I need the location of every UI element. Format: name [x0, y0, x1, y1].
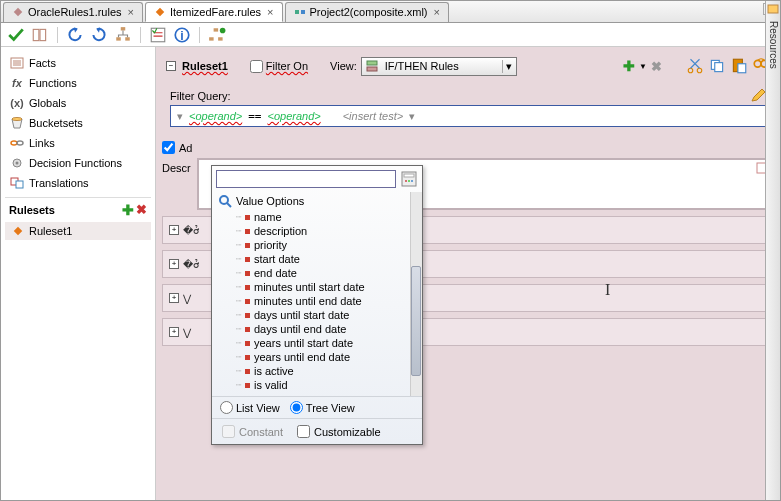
tab-oraclerules1[interactable]: OracleRules1.rules × — [3, 2, 143, 22]
side-label: Globals — [29, 97, 66, 109]
close-icon[interactable]: × — [267, 6, 273, 18]
svg-point-27 — [688, 68, 693, 73]
delete-ruleset-button[interactable]: ✖ — [136, 202, 147, 218]
delete-rule-button[interactable]: ✖ — [651, 59, 662, 74]
value-option-item[interactable]: ┈minutes until end date — [218, 294, 416, 308]
insert-test[interactable]: <insert test> — [343, 110, 404, 122]
bullet-icon — [245, 229, 250, 234]
sidebar-item-links[interactable]: Links — [5, 133, 151, 153]
item-label: description — [254, 225, 307, 237]
customizable-checkbox[interactable]: Customizable — [297, 425, 381, 438]
search-icon — [218, 194, 232, 208]
value-option-item[interactable]: ┈years until start date — [218, 336, 416, 350]
tree-icon[interactable] — [114, 26, 132, 44]
sidebar-item-functions[interactable]: fxFunctions — [5, 73, 151, 93]
ad-checkbox[interactable] — [162, 141, 175, 154]
popup-title-label: Value Options — [236, 195, 304, 207]
value-option-item[interactable]: ┈priority — [218, 238, 416, 252]
view-combo[interactable]: IF/THEN Rules ▾ — [361, 57, 517, 76]
resources-panel[interactable]: Resources — [765, 1, 780, 500]
operand-placeholder[interactable]: <operand> — [189, 110, 242, 122]
dropdown-arrow-icon[interactable]: ▼ — [639, 62, 647, 71]
svg-rect-14 — [218, 37, 223, 40]
undo-icon[interactable] — [66, 26, 84, 44]
chevron-down-icon[interactable]: �ở — [183, 259, 199, 270]
dictionary-icon[interactable] — [31, 26, 49, 44]
svg-rect-9 — [151, 28, 165, 42]
value-option-item[interactable]: ┈is valid — [218, 378, 416, 392]
expand-button[interactable]: + — [169, 327, 179, 337]
tree-branch-icon: ┈ — [236, 268, 241, 278]
expand-button[interactable]: + — [169, 293, 179, 303]
close-icon[interactable]: × — [434, 6, 440, 18]
value-option-item[interactable]: ┈start date — [218, 252, 416, 266]
value-option-item[interactable]: ┈days until end date — [218, 322, 416, 336]
expand-button[interactable]: + — [169, 259, 179, 269]
svg-rect-36 — [768, 5, 778, 13]
value-option-item[interactable]: ┈is active — [218, 364, 416, 378]
fx-icon: fx — [9, 76, 25, 90]
chevron-down-icon[interactable]: �ở — [183, 225, 199, 236]
tab-project2[interactable]: Project2(composite.xml) × — [285, 2, 449, 22]
tab-label: ItemizedFare.rules — [170, 6, 261, 18]
expand-button[interactable]: + — [169, 225, 179, 235]
tree-branch-icon: ┈ — [236, 380, 241, 390]
text-cursor-icon: I — [605, 281, 610, 299]
sidebar-item-facts[interactable]: Facts — [5, 53, 151, 73]
item-label: years until start date — [254, 337, 353, 349]
item-label: days until end date — [254, 323, 346, 335]
edit-icon[interactable] — [750, 89, 766, 103]
item-label: is active — [254, 365, 294, 377]
expand-icon[interactable]: ▾ — [177, 110, 183, 123]
validate-icon[interactable] — [7, 26, 25, 44]
tab-itemizedfare[interactable]: ItemizedFare.rules × — [145, 2, 283, 22]
value-option-item[interactable]: ┈name — [218, 210, 416, 224]
operand-placeholder[interactable]: <operand> — [267, 110, 320, 122]
search-input[interactable] — [216, 170, 396, 188]
dropdown-arrow-icon: ▾ — [502, 60, 516, 73]
ruleset-list-item[interactable]: Ruleset1 — [5, 222, 151, 240]
value-option-item[interactable]: ┈days until start date — [218, 308, 416, 322]
tree-branch-icon: ┈ — [236, 282, 241, 292]
value-option-item[interactable]: ┈end date — [218, 266, 416, 280]
paste-icon[interactable] — [730, 57, 748, 75]
svg-rect-13 — [209, 37, 214, 40]
tree-branch-icon: ┈ — [236, 324, 241, 334]
list-view-radio[interactable]: List View — [220, 401, 280, 414]
chevron-down-icon[interactable]: ⋁ — [183, 327, 191, 338]
add-rule-button[interactable]: ✚ — [623, 58, 635, 74]
info-icon[interactable]: i — [173, 26, 191, 44]
refresh-icon[interactable] — [208, 26, 226, 44]
sidebar-item-decision-functions[interactable]: Decision Functions — [5, 153, 151, 173]
collapse-button[interactable]: − — [166, 61, 176, 71]
side-label: Facts — [29, 57, 56, 69]
value-option-item[interactable]: ┈years until end date — [218, 350, 416, 364]
facts-icon — [9, 56, 25, 70]
svg-rect-32 — [738, 64, 746, 73]
sidebar-item-globals[interactable]: (x)Globals — [5, 93, 151, 113]
tree-view-radio[interactable]: Tree View — [290, 401, 355, 414]
scrollbar[interactable] — [410, 192, 422, 396]
checkbox-label: Constant — [239, 426, 283, 438]
redo-icon[interactable] — [90, 26, 108, 44]
sidebar-item-translations[interactable]: Translations — [5, 173, 151, 193]
svg-rect-6 — [121, 27, 126, 30]
tree-branch-icon: ┈ — [236, 240, 241, 250]
cut-icon[interactable] — [686, 57, 704, 75]
close-icon[interactable]: × — [128, 6, 134, 18]
add-ruleset-button[interactable]: ✚ — [122, 202, 134, 218]
view-value: IF/THEN Rules — [382, 60, 462, 72]
bullet-icon — [245, 313, 250, 318]
dropdown-arrow-icon[interactable]: ▾ — [409, 110, 415, 123]
filter-on-checkbox[interactable]: Filter On — [250, 60, 308, 73]
calculator-icon[interactable] — [400, 170, 418, 188]
checklist-icon[interactable] — [149, 26, 167, 44]
operator[interactable]: == — [248, 110, 261, 123]
value-option-item[interactable]: ┈minutes until start date — [218, 280, 416, 294]
sidebar-item-bucketsets[interactable]: Bucketsets — [5, 113, 151, 133]
value-option-item[interactable]: ┈description — [218, 224, 416, 238]
filter-expression[interactable]: ▾ <operand> == <operand> <insert test> ▾ — [170, 105, 766, 127]
copy-icon[interactable] — [708, 57, 726, 75]
scrollbar-thumb[interactable] — [411, 266, 421, 376]
chevron-down-icon[interactable]: ⋁ — [183, 293, 191, 304]
